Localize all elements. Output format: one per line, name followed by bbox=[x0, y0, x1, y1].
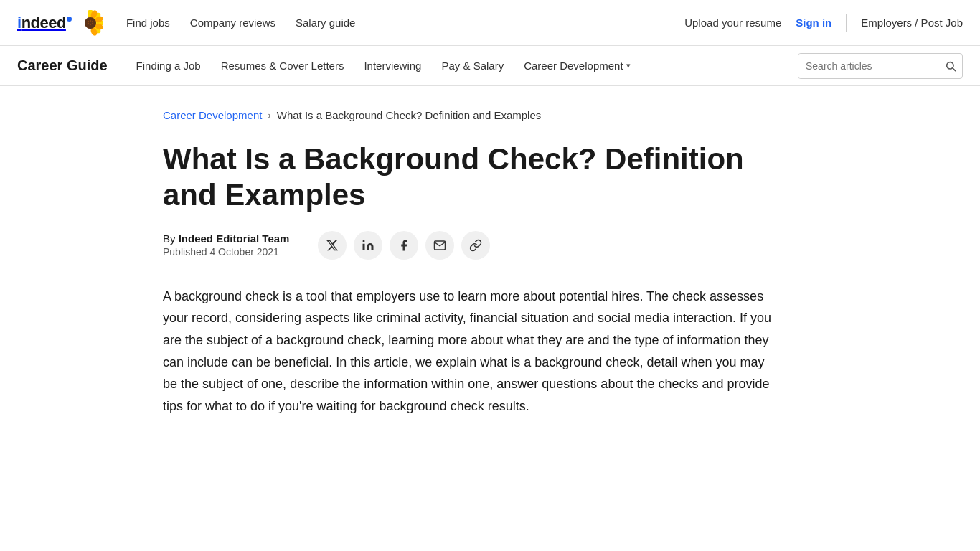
career-dev-label: Career Development bbox=[524, 60, 623, 72]
search-icon bbox=[945, 60, 956, 72]
upload-resume-link[interactable]: Upload your resume bbox=[684, 17, 781, 29]
top-nav-right: Upload your resume Sign in Employers / P… bbox=[684, 14, 963, 32]
top-nav: indeed bbox=[0, 0, 980, 46]
svg-point-11 bbox=[90, 19, 91, 21]
career-guide-title: Career Guide bbox=[17, 57, 108, 74]
search-input[interactable] bbox=[798, 54, 939, 78]
svg-rect-18 bbox=[363, 244, 365, 250]
copy-link-button[interactable] bbox=[461, 231, 490, 260]
breadcrumb-separator: › bbox=[268, 110, 270, 121]
find-jobs-link[interactable]: Find jobs bbox=[126, 17, 170, 29]
svg-point-12 bbox=[92, 20, 93, 22]
svg-line-17 bbox=[953, 68, 956, 71]
breadcrumb-parent-link[interactable]: Career Development bbox=[163, 109, 262, 121]
secondary-nav: Career Guide Finding a Job Resumes & Cov… bbox=[0, 46, 980, 86]
svg-point-9 bbox=[85, 17, 96, 29]
share-email-button[interactable] bbox=[425, 231, 454, 260]
author-name: By Indeed Editorial Team bbox=[163, 232, 289, 245]
article-body: A background check is a tool that employ… bbox=[163, 286, 780, 418]
link-icon bbox=[469, 239, 482, 252]
email-icon bbox=[433, 239, 446, 252]
resumes-cover-link[interactable]: Resumes & Cover Letters bbox=[221, 60, 344, 72]
article-title: What Is a Background Check? Definition a… bbox=[163, 141, 780, 214]
share-twitter-button[interactable] bbox=[318, 231, 347, 260]
share-facebook-button[interactable] bbox=[390, 231, 418, 260]
svg-point-19 bbox=[363, 240, 365, 242]
article-intro-paragraph: A background check is a tool that employ… bbox=[163, 286, 780, 418]
search-box bbox=[798, 53, 963, 79]
sunflower-icon bbox=[77, 10, 103, 36]
svg-point-10 bbox=[88, 20, 89, 22]
pay-salary-link[interactable]: Pay & Salary bbox=[441, 60, 504, 72]
published-date: Published 4 October 2021 bbox=[163, 246, 289, 258]
search-button[interactable] bbox=[939, 54, 962, 78]
employers-link[interactable]: Employers / Post Job bbox=[861, 17, 963, 29]
article-meta: By Indeed Editorial Team Published 4 Oct… bbox=[163, 231, 817, 260]
indeed-logo[interactable]: indeed bbox=[17, 14, 72, 32]
top-nav-links: Find jobs Company reviews Salary guide bbox=[126, 17, 684, 29]
svg-point-15 bbox=[92, 22, 93, 24]
author-name-bold: Indeed Editorial Team bbox=[179, 232, 290, 245]
facebook-icon bbox=[397, 239, 410, 252]
logo-area: indeed bbox=[17, 10, 103, 36]
salary-guide-link[interactable]: Salary guide bbox=[296, 17, 355, 29]
interviewing-link[interactable]: Interviewing bbox=[364, 60, 421, 72]
svg-point-14 bbox=[90, 23, 91, 24]
share-linkedin-button[interactable] bbox=[354, 231, 382, 260]
linkedin-icon bbox=[362, 239, 374, 252]
career-dev-link[interactable]: Career Development ▾ bbox=[524, 60, 630, 72]
author-info: By Indeed Editorial Team Published 4 Oct… bbox=[163, 232, 289, 258]
chevron-down-icon: ▾ bbox=[626, 61, 631, 70]
author-prefix: By bbox=[163, 232, 179, 245]
indeed-logo-text: indeed bbox=[17, 14, 72, 32]
sign-in-link[interactable]: Sign in bbox=[796, 17, 831, 29]
secondary-nav-links: Finding a Job Resumes & Cover Letters In… bbox=[136, 60, 775, 72]
share-buttons bbox=[318, 231, 490, 260]
svg-point-13 bbox=[88, 22, 89, 24]
finding-job-link[interactable]: Finding a Job bbox=[136, 60, 201, 72]
company-reviews-link[interactable]: Company reviews bbox=[190, 17, 275, 29]
nav-divider bbox=[846, 14, 847, 32]
twitter-icon bbox=[326, 239, 339, 252]
breadcrumb: Career Development › What Is a Backgroun… bbox=[163, 109, 817, 121]
breadcrumb-current: What Is a Background Check? Definition a… bbox=[277, 109, 542, 121]
main-content: Career Development › What Is a Backgroun… bbox=[0, 86, 980, 460]
